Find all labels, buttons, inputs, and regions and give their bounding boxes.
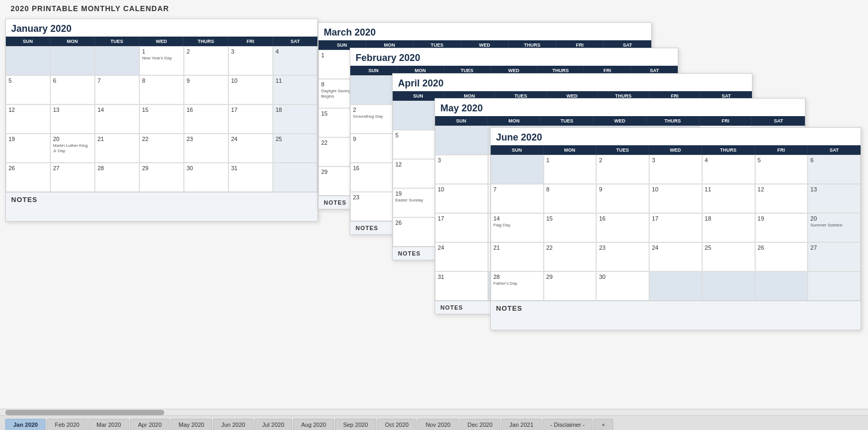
table-row: 23: [596, 242, 649, 271]
table-row: 20 Martin Luther King Jr Day: [50, 134, 95, 163]
june-notes: NOTES: [491, 301, 861, 330]
jan-sun: SUN: [6, 37, 50, 46]
april-title: April 2020: [393, 74, 752, 91]
tab-bar: Jan 2020 Feb 2020 Mar 2020 Apr 2020 May …: [0, 415, 868, 430]
tab-nov-2020[interactable]: Nov 2020: [418, 419, 458, 430]
table-row: 18: [702, 213, 755, 242]
table-row: 22: [544, 242, 597, 271]
tab-aug-2020[interactable]: Aug 2020: [293, 419, 334, 430]
table-row: 1 New Year's Day: [139, 46, 184, 75]
jan-tues: TUES: [95, 37, 139, 46]
january-grid: 1 New Year's Day 2 3 4 5 6 7 8 9 10 11 1…: [6, 46, 317, 192]
table-row: [491, 155, 544, 184]
table-row: [702, 271, 755, 301]
table-row: 29: [139, 163, 184, 192]
table-row: 31: [228, 163, 273, 192]
tab-apr-2020[interactable]: Apr 2020: [130, 419, 170, 430]
table-row: 10: [435, 184, 488, 213]
table-row: 2: [184, 46, 228, 75]
table-row: 21: [95, 134, 139, 163]
table-row: 3: [228, 46, 273, 75]
january-title: January 2020: [6, 19, 317, 37]
table-row: 9: [184, 75, 228, 104]
jan-thurs: THURS: [184, 37, 228, 46]
table-row: 5: [755, 155, 808, 184]
table-row: [649, 271, 702, 301]
jan-wed: WED: [139, 37, 184, 46]
january-calendar: January 2020 SUN MON TUES WED THURS FRI …: [5, 19, 318, 222]
june-title: June 2020: [491, 128, 861, 145]
table-row: 31: [435, 271, 488, 301]
table-row: 17: [228, 104, 273, 134]
tab-jan-2021[interactable]: Jan 2021: [501, 419, 541, 430]
may-title: May 2020: [435, 99, 805, 116]
tab-may-2020[interactable]: May 2020: [171, 419, 212, 430]
table-row: 27: [808, 242, 861, 271]
table-row: 9: [596, 184, 649, 213]
table-row: 27: [50, 163, 95, 192]
scroll-thumb[interactable]: [5, 410, 164, 415]
may-header: SUN MON TUES WED THURS FRI SAT: [435, 116, 805, 126]
table-row: [435, 126, 488, 155]
table-row: 28: [95, 163, 139, 192]
table-row: 13: [808, 184, 861, 213]
table-row: 26: [755, 242, 808, 271]
jan-sat: SAT: [273, 37, 317, 46]
table-row: 7: [491, 184, 544, 213]
february-title: February 2020: [350, 48, 678, 66]
table-row: 16: [350, 163, 397, 192]
tab-jun-2020[interactable]: Jun 2020: [213, 419, 253, 430]
table-row: 2: [596, 155, 649, 184]
jan-mon: MON: [50, 37, 95, 46]
table-row: 23: [350, 192, 397, 221]
table-row: [50, 46, 95, 75]
june-grid: 1 2 3 4 5 6 7 8 9 10 11 12 13 14 Flag Da…: [491, 155, 861, 301]
january-header: SUN MON TUES WED THURS FRI SAT: [6, 37, 317, 46]
tab-jul-2020[interactable]: Jul 2020: [254, 419, 293, 430]
tab-mar-2020[interactable]: Mar 2020: [88, 419, 129, 430]
table-row: 30: [596, 271, 649, 301]
table-row: 12: [6, 104, 50, 134]
table-row: 24: [228, 134, 273, 163]
tab-jan-2020[interactable]: Jan 2020: [5, 419, 46, 430]
table-row: [6, 46, 50, 75]
jan-fri: FRI: [228, 37, 273, 46]
tab-disclaimer[interactable]: - Disclaimer -: [543, 419, 593, 430]
march-title: March 2020: [318, 23, 651, 40]
june-header: SUN MON TUES WED THURS FRI SAT: [491, 145, 861, 155]
page-title: 2020 PRINTABLE MONTHLY CALENDAR: [0, 0, 868, 15]
table-row: 13: [50, 104, 95, 134]
table-row: 30: [184, 163, 228, 192]
table-row: 15: [139, 104, 184, 134]
table-row: 6: [808, 155, 861, 184]
table-row: [808, 271, 861, 301]
table-row: 18: [273, 104, 317, 134]
table-row: 17: [435, 213, 488, 242]
table-row: [755, 271, 808, 301]
table-row: 22: [139, 134, 184, 163]
table-row: 4: [273, 46, 317, 75]
table-row: 28 Father's Day: [491, 271, 544, 301]
table-row: 7: [95, 75, 139, 104]
table-row: 20 Summer Solstice: [808, 213, 861, 242]
tab-oct-2020[interactable]: Oct 2020: [377, 419, 417, 430]
tab-dec-2020[interactable]: Dec 2020: [459, 419, 500, 430]
table-row: 15: [544, 213, 597, 242]
table-row: 25: [702, 242, 755, 271]
table-row: 16: [184, 104, 228, 134]
table-row: 14: [95, 104, 139, 134]
table-row: 24: [435, 242, 488, 271]
table-row: 29: [544, 271, 597, 301]
table-row: 26: [6, 163, 50, 192]
main-container: 2020 PRINTABLE MONTHLY CALENDAR January …: [0, 0, 868, 430]
table-row: 2Groundhog Day: [350, 104, 397, 134]
table-row: 12: [755, 184, 808, 213]
table-row: [350, 75, 397, 104]
scroll-bar[interactable]: [0, 409, 868, 415]
table-row: 5: [6, 75, 50, 104]
table-row: 11: [273, 75, 317, 104]
tab-feb-2020[interactable]: Feb 2020: [47, 419, 87, 430]
tab-sep-2020[interactable]: Sep 2020: [335, 419, 376, 430]
tab-add[interactable]: +: [594, 419, 613, 430]
table-row: 17: [649, 213, 702, 242]
